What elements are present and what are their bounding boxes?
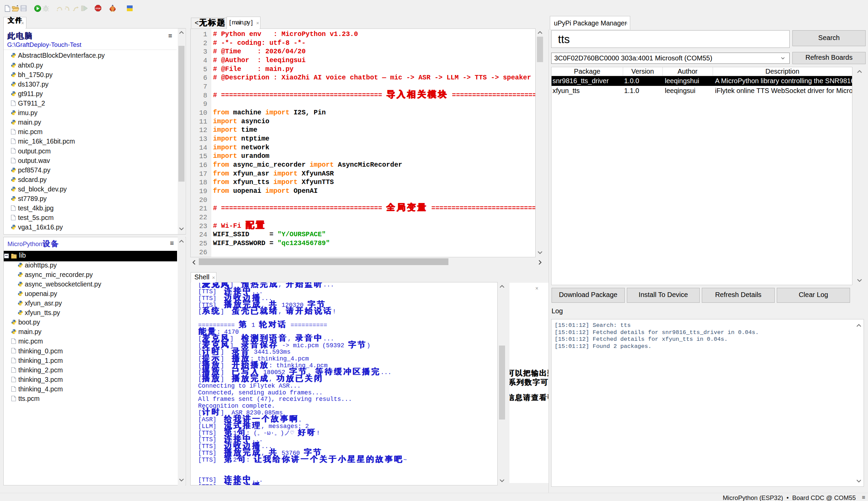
svg-text:STOP: STOP	[95, 8, 100, 10]
